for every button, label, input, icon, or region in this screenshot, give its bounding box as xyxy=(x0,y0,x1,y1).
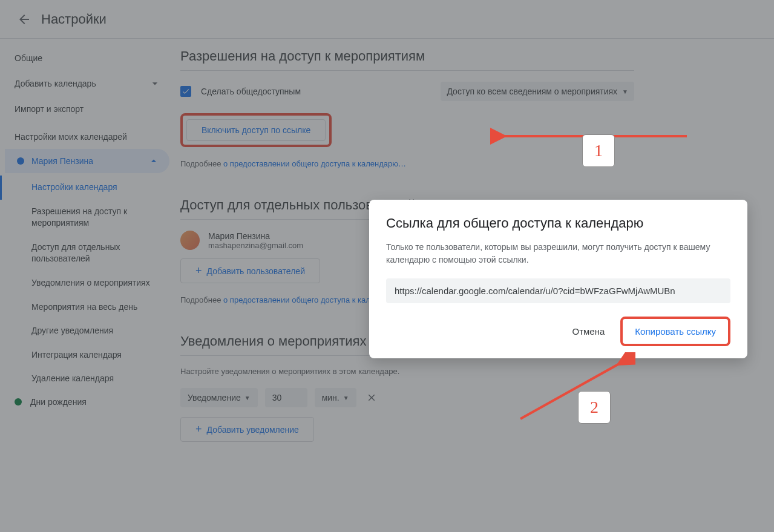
annotation-frame-2: Копировать ссылку xyxy=(620,317,730,346)
annotation-arrow-2 xyxy=(514,352,635,425)
cancel-button[interactable]: Отмена xyxy=(565,321,612,341)
annotation-number-1: 1 xyxy=(582,134,615,167)
share-url-field[interactable]: https://calendar.google.com/calendar/u/0… xyxy=(386,278,730,303)
dialog-description: Только те пользователи, которым вы разре… xyxy=(386,241,730,266)
dialog-title: Ссылка для общего доступа к календарю xyxy=(386,215,730,231)
annotation-number-2: 2 xyxy=(578,391,611,424)
dialog-actions: Отмена Копировать ссылку xyxy=(386,317,730,346)
share-link-dialog: Ссылка для общего доступа к календарю То… xyxy=(369,200,747,358)
copy-link-button[interactable]: Копировать ссылку xyxy=(628,321,723,341)
